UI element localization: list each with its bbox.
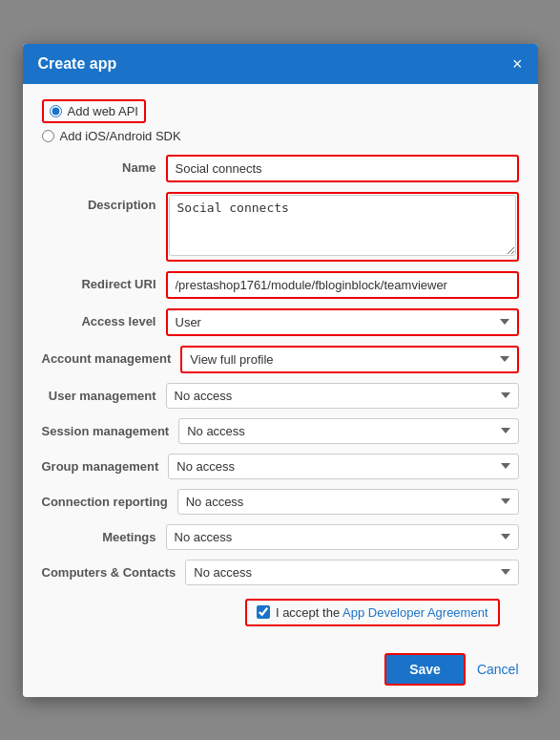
session-management-select[interactable]: No access View Full access — [178, 418, 518, 444]
account-management-select[interactable]: No access View full profile Full access — [180, 346, 518, 373]
modal-footer: Save Cancel — [23, 642, 538, 697]
name-label: Name — [42, 155, 166, 175]
modal-header: Create app × — [23, 44, 538, 84]
description-row: Description Social connects — [42, 192, 519, 262]
session-management-label: Session management — [42, 418, 179, 438]
agreement-checkbox[interactable] — [257, 605, 270, 619]
user-management-select[interactable]: No access View Full access — [166, 383, 519, 409]
radio-item-web-api: Add web API — [42, 99, 519, 123]
group-management-label: Group management — [42, 454, 169, 474]
modal-title: Create app — [38, 55, 117, 73]
description-textarea[interactable]: Social connects — [169, 195, 516, 256]
radio-web-api[interactable] — [50, 105, 62, 117]
modal-overlay: Create app × Add web API Add iOS/Android… — [0, 0, 560, 740]
access-level-field-wrap: User Admin — [166, 308, 519, 336]
account-management-row: Account management No access View full p… — [42, 346, 519, 373]
user-management-field-wrap: No access View Full access — [166, 383, 519, 409]
radio-web-api-label: Add web API — [68, 104, 138, 118]
account-management-field-wrap: No access View full profile Full access — [180, 346, 518, 373]
computers-contacts-field-wrap: No access View Full access — [185, 560, 518, 585]
web-api-highlight: Add web API — [42, 99, 146, 123]
group-management-select[interactable]: No access View Full access — [168, 454, 518, 479]
connection-reporting-label: Connection reporting — [42, 489, 177, 509]
access-level-row: Access level User Admin — [42, 308, 519, 336]
radio-ios-android[interactable] — [42, 130, 54, 142]
save-button[interactable]: Save — [384, 653, 466, 686]
radio-item-ios-android: Add iOS/Android SDK — [42, 129, 519, 143]
redirect-uri-field-wrap — [166, 271, 519, 299]
group-management-field-wrap: No access View Full access — [168, 454, 518, 479]
agreement-label: I accept the App Developer Agreement — [276, 605, 488, 620]
modal-body: Add web API Add iOS/Android SDK Name — [23, 84, 538, 642]
connection-reporting-field-wrap: No access View Full access — [177, 489, 519, 515]
computers-contacts-select[interactable]: No access View Full access — [185, 560, 518, 585]
agreement-wrap: I accept the App Developer Agreement — [245, 599, 500, 626]
connection-reporting-row: Connection reporting No access View Full… — [42, 489, 519, 515]
connection-reporting-select[interactable]: No access View Full access — [177, 489, 519, 515]
cancel-button[interactable]: Cancel — [477, 662, 519, 677]
redirect-uri-input[interactable] — [166, 271, 519, 299]
group-management-row: Group management No access View Full acc… — [42, 454, 519, 479]
meetings-field-wrap: No access View Full access — [166, 524, 519, 550]
description-border-wrap: Social connects — [166, 192, 519, 262]
access-level-label: Access level — [42, 308, 166, 328]
description-field-wrap: Social connects — [166, 192, 519, 262]
name-row: Name — [42, 155, 519, 182]
agreement-link[interactable]: App Developer Agreement — [342, 605, 487, 620]
description-label: Description — [42, 192, 166, 212]
meetings-row: Meetings No access View Full access — [42, 524, 519, 550]
form-section: Name Description Social connects — [42, 155, 519, 585]
user-management-row: User management No access View Full acce… — [42, 383, 519, 409]
access-level-select[interactable]: User Admin — [166, 308, 519, 336]
meetings-select[interactable]: No access View Full access — [166, 524, 519, 550]
computers-contacts-row: Computers & Contacts No access View Full… — [42, 560, 519, 585]
user-management-label: User management — [42, 383, 166, 403]
close-button[interactable]: × — [512, 55, 523, 73]
redirect-uri-label: Redirect URI — [42, 271, 166, 291]
session-management-field-wrap: No access View Full access — [178, 418, 518, 444]
account-management-label: Account management — [42, 346, 181, 366]
name-input[interactable] — [166, 155, 519, 182]
agreement-text-before: I accept the — [276, 605, 342, 620]
agreement-row: I accept the App Developer Agreement — [42, 599, 519, 626]
radio-ios-android-label: Add iOS/Android SDK — [60, 129, 181, 143]
session-management-row: Session management No access View Full a… — [42, 418, 519, 444]
name-field-wrap — [166, 155, 519, 182]
computers-contacts-label: Computers & Contacts — [42, 560, 186, 580]
radio-group: Add web API Add iOS/Android SDK — [42, 99, 519, 143]
create-app-modal: Create app × Add web API Add iOS/Android… — [23, 44, 538, 697]
meetings-label: Meetings — [42, 524, 166, 544]
redirect-uri-row: Redirect URI — [42, 271, 519, 299]
